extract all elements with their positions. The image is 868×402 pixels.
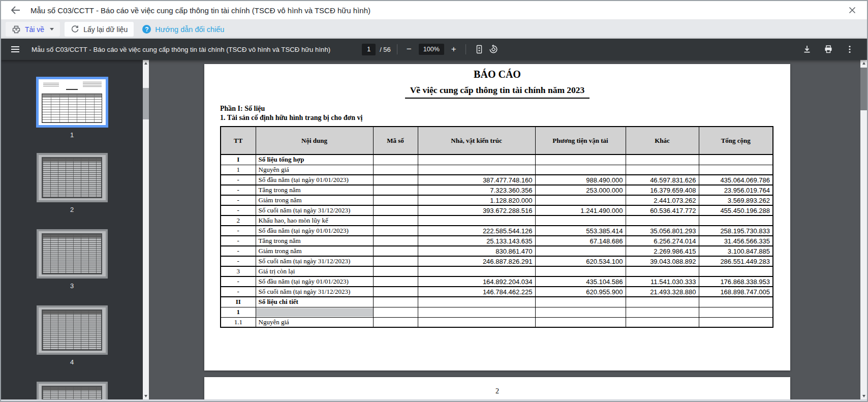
- num-cell: [626, 307, 699, 317]
- printer-icon: [12, 25, 21, 34]
- num-cell: 1.128.820.000: [418, 195, 535, 205]
- thumb-mini-table: [42, 310, 102, 350]
- num-cell: 168.898.747.005: [699, 287, 773, 297]
- page-number-input[interactable]: [362, 44, 376, 55]
- main-scrollbar[interactable]: [860, 60, 867, 399]
- thumbnail-panel: 12345: [1, 60, 149, 402]
- num-cell: 21.493.328.880: [626, 287, 699, 297]
- column-header: Phương tiện vận tải: [535, 127, 626, 154]
- num-cell: [535, 154, 626, 165]
- num-cell: 7.323.360.356: [418, 185, 535, 195]
- table-row: -Số cuối năm (tại ngày 31/12/2023)393.67…: [221, 205, 773, 215]
- label-cell: Số liệu chi tiết: [256, 297, 373, 307]
- pdf-download-button[interactable]: [800, 42, 814, 56]
- label-cell: Giảm trong năm: [256, 246, 373, 256]
- page-thumbnail[interactable]: [37, 382, 108, 402]
- pdf-page-zoom-controls: / 56 − 100% +: [362, 42, 501, 56]
- table-row: -Tăng trong năm7.323.360.356253.000.0001…: [221, 185, 773, 195]
- report-subtitle: Về việc cung cấp thông tin tài chính năm…: [405, 85, 590, 99]
- fit-page-button[interactable]: [472, 42, 486, 56]
- chevron-down-icon: [50, 28, 54, 30]
- zoom-level-value: 100%: [419, 44, 444, 55]
- pdf-print-button[interactable]: [821, 42, 835, 56]
- label-cell: Nguyên giá: [256, 317, 373, 327]
- scroll-up-icon[interactable]: [143, 60, 149, 67]
- scrollbar-thumb[interactable]: [143, 88, 149, 119]
- tt-cell: -: [221, 256, 256, 266]
- close-button[interactable]: [846, 4, 859, 17]
- maso-cell: [373, 236, 418, 246]
- scroll-down-icon[interactable]: [860, 393, 867, 399]
- maso-cell: [373, 175, 418, 185]
- menu-button[interactable]: [9, 43, 21, 55]
- num-cell: 2.441.073.262: [626, 195, 699, 205]
- zoom-in-button[interactable]: +: [448, 43, 459, 55]
- page-thumbnail[interactable]: [36, 77, 108, 128]
- refresh-icon: [71, 25, 79, 34]
- maso-cell: [373, 185, 418, 195]
- question-icon: [142, 25, 151, 34]
- page-thumbnail[interactable]: [37, 153, 108, 202]
- reload-data-button[interactable]: Lấy lại dữ liệu: [65, 22, 134, 37]
- num-cell: [626, 317, 699, 327]
- page-thumbnail[interactable]: [37, 229, 108, 279]
- report-title: BÁO CÁO: [204, 69, 790, 80]
- label-cell: Giá trị còn lại: [256, 266, 373, 276]
- num-cell: [626, 215, 699, 226]
- table-row: -Tăng trong năm25.133.143.63567.148.6866…: [221, 236, 773, 246]
- kebab-menu-icon: [845, 45, 854, 54]
- column-header: Tổng cộng: [699, 127, 773, 154]
- label-cell: Tăng trong năm: [256, 236, 373, 246]
- maso-cell: [373, 165, 418, 175]
- tt-cell: 1.1: [221, 317, 256, 327]
- table-row: -Số đầu năm (tại ngày 01/01/2023)387.477…: [221, 175, 773, 185]
- num-cell: 988.490.000: [535, 175, 626, 185]
- num-cell: [418, 317, 535, 327]
- rotate-button[interactable]: [486, 42, 501, 56]
- num-cell: 6.256.274.014: [626, 236, 699, 246]
- pdf-more-options-button[interactable]: [843, 42, 857, 56]
- num-cell: 620.534.100: [535, 256, 626, 266]
- page-thumbnail[interactable]: [37, 305, 108, 355]
- table-row: -Giảm trong năm1.128.820.0002.441.073.26…: [221, 195, 773, 205]
- pdf-page-1: BÁO CÁO Về việc cung cấp thông tin tài c…: [204, 64, 790, 370]
- section-heading-assets: 1. Tài sản cố định hữu hình trang bị cho…: [220, 113, 772, 122]
- maso-cell: [373, 307, 418, 317]
- sidebar-scrollbar[interactable]: [143, 60, 149, 399]
- maso-cell: [373, 154, 418, 165]
- table-row: -Số đầu năm (tại ngày 01/01/2023)164.892…: [221, 276, 773, 287]
- num-cell: 31.456.566.335: [699, 236, 773, 246]
- thumb-mini-table: [42, 233, 102, 274]
- scroll-down-icon[interactable]: [143, 393, 149, 399]
- num-cell: 393.672.288.516: [418, 205, 535, 215]
- download-button[interactable]: Tải về: [6, 22, 60, 37]
- maso-cell: [373, 266, 418, 276]
- horizontal-scrollbar-track[interactable]: [1, 399, 867, 402]
- num-cell: [535, 266, 626, 276]
- close-icon: [848, 6, 857, 15]
- reload-data-label: Lấy lại dữ liệu: [83, 25, 128, 34]
- back-button[interactable]: [9, 4, 21, 16]
- table-row: IISố liệu chi tiết: [221, 297, 773, 307]
- num-cell: [535, 297, 626, 307]
- num-cell: [535, 195, 626, 205]
- num-cell: [418, 215, 535, 226]
- scroll-up-icon[interactable]: [860, 60, 867, 67]
- label-cell: Số cuối năm (tại ngày 31/12/2023): [256, 205, 373, 215]
- zoom-out-button[interactable]: −: [404, 43, 415, 55]
- num-cell: 35.056.801.293: [626, 226, 699, 236]
- thumbnail-slot: 2: [1, 153, 143, 229]
- num-cell: 1.241.490.000: [535, 205, 626, 215]
- num-cell: 3.569.893.262: [699, 195, 773, 205]
- scrollbar-thumb[interactable]: [860, 68, 867, 110]
- label-cell: Số liệu tổng hợp: [256, 154, 373, 165]
- guide-link[interactable]: Hướng dẫn đối chiếu: [142, 25, 224, 34]
- tt-cell: -: [221, 287, 256, 297]
- tt-cell: -: [221, 195, 256, 205]
- num-cell: [626, 297, 699, 307]
- num-cell: [699, 317, 773, 327]
- thumbnail-slot: 4: [1, 305, 143, 382]
- num-cell: 258.195.730.833: [699, 226, 773, 236]
- thumb-text-lines: [43, 83, 59, 87]
- tt-cell: -: [221, 175, 256, 185]
